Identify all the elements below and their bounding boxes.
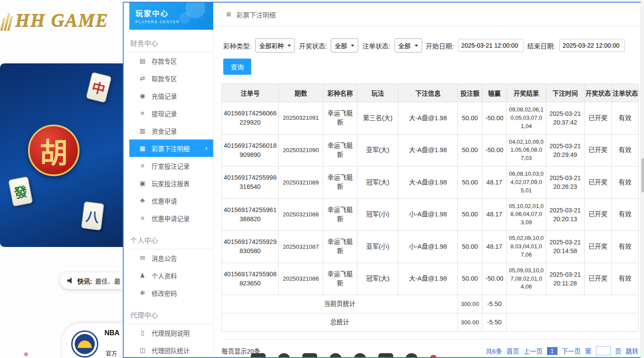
table-cell: 已开奖 — [585, 134, 612, 167]
player-bet-report-icon: ▣ — [138, 180, 146, 187]
column-header: 期数 — [279, 84, 323, 102]
user-profile-icon: ♟ — [138, 272, 146, 279]
start-date-input[interactable] — [458, 39, 523, 52]
partner-logo — [430, 355, 437, 357]
table-cell: 2025-03-21 20:11:28 — [546, 263, 585, 295]
table-row: 40156917425606622992020250321091幸运飞艇新第三名… — [222, 102, 639, 135]
scrollbar[interactable] — [641, 0, 644, 358]
table-cell: 有效 — [612, 231, 639, 263]
lottery-type-select[interactable]: 全部彩种 — [255, 38, 295, 52]
table-cell: 冠军(小) — [357, 198, 398, 231]
hall-bet-record-icon: ≡ — [138, 162, 146, 169]
draw-status-select[interactable]: 全部 — [331, 38, 358, 52]
table-cell: 05,10,02,01,08,06,04,07,03,09 — [507, 198, 546, 231]
jump-button[interactable]: 跳转 — [626, 346, 638, 355]
scrollbar-thumb[interactable] — [641, 158, 644, 192]
table-cell: 401569174255961388820 — [222, 198, 279, 231]
sidebar-subtitle: PLAYERS CENTER — [135, 20, 213, 24]
sidebar-header: 玩家中心 PLAYERS CENTER — [129, 3, 213, 30]
first-page-link[interactable]: 首页 — [506, 346, 519, 355]
sidebar-section: 代理中心 ▯ 代理规则说明 › ◫ 代理团队统计 › — [129, 307, 213, 357]
sidebar-item-announcements[interactable]: ✉ 消息公告 › — [129, 249, 213, 267]
table-cell: 大-A盘@1.98 — [398, 134, 458, 167]
table-cell: 冠军(大) — [357, 167, 398, 199]
partner-logo — [405, 353, 418, 357]
agent-team-stats-icon: ◫ — [138, 347, 146, 354]
jump-prefix-label: 第 — [585, 346, 592, 355]
summary-cell: -5.50 — [482, 295, 507, 313]
withdraw-transfer-icon: ⇄ — [138, 75, 146, 82]
jump-page-input[interactable] — [596, 346, 611, 355]
end-date-label: 结束日期: — [527, 41, 555, 50]
summary-row: 当前页统计300.00-5.50 — [222, 295, 639, 313]
recharge-record-icon: ◉ — [138, 92, 146, 99]
total-count-text: 共6条 — [486, 346, 502, 355]
prev-page-link[interactable]: 上一页 — [523, 346, 543, 355]
mahjong-tile-ba: 八 — [81, 201, 104, 230]
speaker-icon — [67, 278, 74, 284]
table-cell: 大-A盘@1.98 — [398, 263, 458, 295]
search-button[interactable]: 查询 — [223, 59, 251, 75]
lottery-type-label: 彩种类型: — [223, 41, 251, 50]
table-cell: 有效 — [612, 102, 639, 135]
sidebar-item-player-bet-report[interactable]: ▣ 玩家投注报表 › — [129, 174, 213, 192]
sidebar-item-recharge-records[interactable]: ◉ 充值记录 › — [129, 87, 213, 104]
sidebar-item-hall-bet-records[interactable]: ≡ 厅室投注记录 › — [129, 157, 213, 174]
bets-table: 注单号期数彩种名称玩法下注信息投注额输赢开奖结果下注时间开奖状态注单状态 401… — [222, 83, 639, 332]
table-cell: 20250321091 — [279, 102, 323, 135]
draw-status-label: 开奖状态: — [299, 41, 327, 50]
table-cell: 401569174256018909890 — [222, 134, 279, 167]
table-cell: 50.00 — [458, 167, 482, 199]
sidebar-item-agent-rules[interactable]: ▯ 代理规则说明 › — [129, 324, 213, 341]
column-header: 下注信息 — [398, 84, 458, 102]
sidebar-item-agent-team-stats[interactable]: ◫ 代理团队统计 › — [129, 341, 213, 357]
table-cell: 已开奖 — [585, 263, 612, 295]
mahjong-tile-zhong: 中 — [86, 72, 112, 103]
sidebar-item-promo-apply-records[interactable]: ≡ 优惠申请记录 › — [129, 209, 213, 227]
sidebar-item-deposit-area[interactable]: ▤ 存款专区 › — [129, 52, 213, 70]
sidebar-item-label: 优惠申请 — [152, 196, 177, 205]
announcement-bell-icon: ✉ — [138, 254, 146, 261]
hamburger-menu-icon[interactable]: ≡ — [226, 10, 231, 19]
summary-cell: 300.00 — [458, 313, 482, 332]
caret-down-icon — [415, 45, 418, 47]
bet-status-value: 全部 — [398, 41, 411, 50]
table-cell: 09,08,02,06,10,05,03,07,01,04 — [507, 102, 546, 135]
sidebar-item-lottery-bet-details[interactable]: ▦ 彩票下注明细 › — [129, 139, 213, 157]
table-cell: 2025-03-21 20:26:23 — [546, 167, 585, 199]
sidebar-item-promo-apply[interactable]: ❖ 优惠申请 › — [129, 192, 213, 209]
sidebar-item-withdraw-area[interactable]: ⇄ 取款专区 › — [129, 70, 213, 87]
table-cell: 大-A盘@1.98 — [398, 102, 458, 135]
table-row: 40156917425592983058020250321087幸运飞艇新亚军(… — [222, 231, 639, 263]
partner-logo — [251, 353, 266, 357]
column-header: 注单状态 — [612, 84, 639, 102]
sidebar-item-label: 修改密码 — [152, 288, 177, 298]
filter-bar: 彩种类型: 全部彩种 开奖状态: 全部 注单状态: 全部 开始日期: 结束日期: — [214, 27, 643, 52]
sidebar-item-funds-records[interactable]: ▥ 资金记录 › — [129, 122, 213, 139]
table-cell: 401569174256066229920 — [222, 102, 279, 135]
end-date-input[interactable] — [559, 39, 625, 52]
table-cell: 幸运飞艇新 — [323, 198, 357, 231]
sidebar-item-label: 存款专区 — [152, 56, 177, 66]
next-page-link[interactable]: 下一页 — [562, 346, 581, 355]
sidebar-item-profile[interactable]: ♟ 个人资料 › — [129, 267, 213, 284]
table-cell: 48.17 — [482, 167, 507, 199]
sidebar-item-label: 资金记录 — [152, 126, 177, 136]
logo-text: HH GAME — [15, 10, 109, 31]
news-ticker: 快讯: 最佳、最 — [60, 272, 123, 289]
table-cell: 已开奖 — [585, 167, 612, 199]
table-cell: 亚军(小) — [357, 231, 398, 263]
table-row: 40156917425599831654020250321089幸运飞艇新冠军(… — [222, 167, 639, 199]
menu-section-items: ▯ 代理规则说明 › ◫ 代理团队统计 › — [129, 324, 213, 357]
table-cell: 50.00 — [458, 263, 482, 295]
table-cell: 50.00 — [458, 198, 482, 231]
page-title: 彩票下注明细 — [236, 10, 276, 19]
table-cell: 有效 — [612, 263, 639, 295]
table-cell: 有效 — [612, 134, 639, 167]
sidebar-item-withdraw-records[interactable]: ¤ 提现记录 › — [129, 104, 213, 122]
promo-apply-icon: ❖ — [138, 197, 146, 204]
bet-status-select[interactable]: 全部 — [395, 38, 422, 52]
table-cell: 冠军(大) — [357, 263, 398, 295]
sidebar-item-change-password[interactable]: ✻ 修改密码 › — [129, 284, 213, 302]
ticker-text: 最佳、最 — [95, 276, 121, 285]
